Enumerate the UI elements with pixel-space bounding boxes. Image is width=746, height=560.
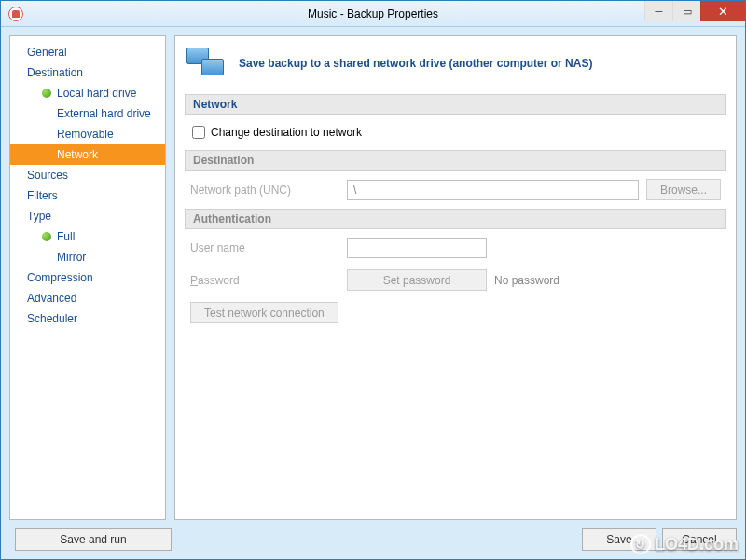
status-dot-icon (42, 232, 51, 241)
footer: Save and run Save Cancel (9, 528, 737, 551)
section-authentication: Authentication (185, 209, 726, 229)
cancel-button[interactable]: Cancel (662, 528, 737, 551)
network-path-row: Network path (UNC) Browse... (185, 176, 726, 203)
sidebar-item-removable[interactable]: Removable (10, 124, 165, 144)
save-button[interactable]: Save (582, 528, 656, 551)
change-destination-label: Change destination to network (211, 126, 362, 139)
set-password-button[interactable]: Set password (347, 269, 487, 291)
app-icon (8, 7, 23, 21)
username-input[interactable] (347, 238, 487, 258)
password-row: Password Set password No password (185, 266, 726, 294)
sidebar-item-compression[interactable]: Compression (10, 267, 165, 288)
sidebar-item-label: Removable (57, 128, 114, 141)
sidebar-item-label: Local hard drive (57, 87, 136, 100)
sidebar-item-type[interactable]: Type (10, 206, 165, 226)
window-body: GeneralDestinationLocal hard driveExtern… (1, 27, 745, 559)
section-network: Network (185, 94, 726, 115)
banner-text: Save backup to a shared network drive (a… (239, 57, 592, 70)
sidebar-item-mirror[interactable]: Mirror (10, 247, 165, 267)
sidebar-item-advanced[interactable]: Advanced (10, 288, 165, 308)
main-area: GeneralDestinationLocal hard driveExtern… (9, 35, 737, 520)
sidebar-item-full[interactable]: Full (10, 226, 165, 247)
sidebar-item-label: Mirror (57, 251, 86, 264)
sidebar-item-network[interactable]: Network (10, 144, 165, 165)
sidebar-item-general[interactable]: General (10, 42, 165, 62)
sidebar: GeneralDestinationLocal hard driveExtern… (9, 35, 166, 520)
sidebar-item-label: Advanced (27, 292, 76, 305)
minimize-button[interactable]: ─ (644, 1, 672, 21)
maximize-button[interactable]: ▭ (672, 1, 700, 21)
window-title: Music - Backup Properties (1, 7, 745, 20)
username-label: User name (190, 241, 339, 254)
sidebar-item-label: Destination (27, 66, 83, 79)
network-drive-icon (186, 48, 226, 79)
password-label: Password (190, 274, 339, 287)
sidebar-item-sources[interactable]: Sources (10, 165, 165, 185)
no-password-label: No password (494, 274, 560, 287)
sidebar-item-label: Scheduler (27, 312, 77, 325)
network-path-input[interactable] (347, 180, 639, 200)
sidebar-item-label: General (27, 46, 67, 59)
change-destination-checkbox[interactable] (192, 126, 205, 139)
sidebar-item-label: Filters (27, 189, 58, 202)
test-connection-row: Test network connection (185, 299, 726, 326)
window-controls: ─ ▭ ✕ (644, 1, 745, 21)
save-and-run-button[interactable]: Save and run (15, 528, 172, 551)
sidebar-item-label: Sources (27, 169, 68, 182)
titlebar[interactable]: Music - Backup Properties ─ ▭ ✕ (1, 1, 745, 27)
username-row: User name (185, 235, 726, 261)
sidebar-item-external-hard-drive[interactable]: External hard drive (10, 103, 165, 124)
sidebar-item-destination[interactable]: Destination (10, 62, 165, 83)
sidebar-item-label: Compression (27, 271, 93, 284)
sidebar-item-label: Network (57, 148, 98, 161)
close-button[interactable]: ✕ (700, 1, 745, 21)
sidebar-item-filters[interactable]: Filters (10, 185, 165, 206)
sidebar-item-label: Full (57, 230, 75, 243)
browse-button[interactable]: Browse... (646, 179, 721, 200)
status-dot-icon (42, 89, 51, 98)
sidebar-item-local-hard-drive[interactable]: Local hard drive (10, 83, 165, 103)
sidebar-item-label: Type (27, 210, 51, 223)
window: Music - Backup Properties ─ ▭ ✕ GeneralD… (0, 0, 746, 560)
sidebar-item-scheduler[interactable]: Scheduler (10, 308, 165, 329)
content-panel: Save backup to a shared network drive (a… (174, 35, 737, 520)
change-destination-row: Change destination to network (185, 120, 726, 144)
test-connection-button[interactable]: Test network connection (190, 302, 338, 323)
section-destination: Destination (185, 150, 726, 171)
network-path-label: Network path (UNC) (190, 184, 339, 197)
sidebar-item-label: External hard drive (57, 107, 151, 120)
banner: Save backup to a shared network drive (a… (185, 44, 726, 89)
